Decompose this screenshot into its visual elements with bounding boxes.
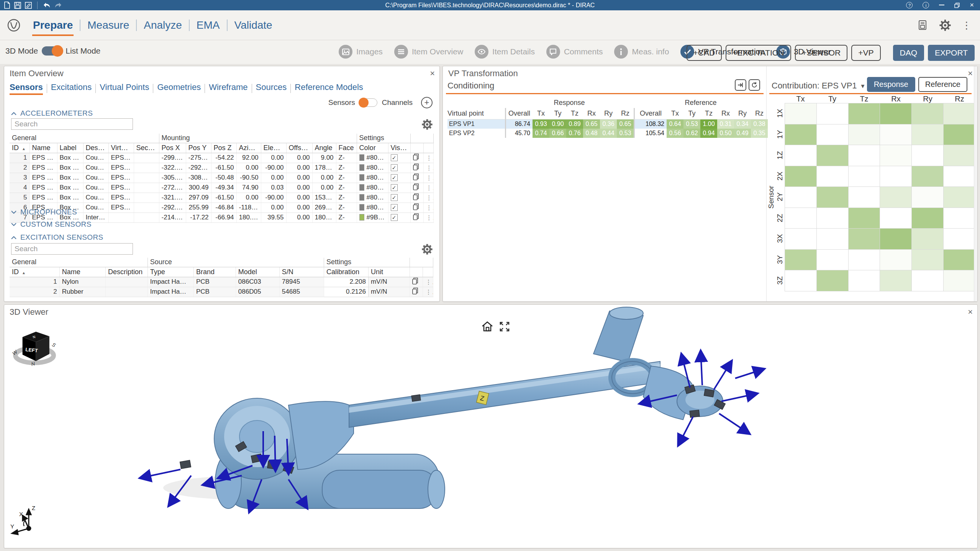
color-swatch[interactable] (359, 154, 364, 161)
row-menu-icon[interactable]: ⋮ (423, 163, 433, 173)
copy-icon[interactable] (412, 279, 418, 286)
visible-checkbox[interactable]: ✓ (391, 164, 398, 171)
conditioning-col-tx[interactable]: Tx (533, 108, 549, 119)
visible-checkbox[interactable]: ✓ (391, 174, 398, 181)
color-swatch[interactable] (359, 164, 364, 171)
row-menu-icon[interactable]: ⋮ (423, 213, 433, 222)
excitation-settings-gear-icon[interactable] (422, 244, 433, 256)
column-header-azimuth[interactable]: Azimuth (236, 143, 261, 153)
about-icon[interactable]: i (923, 2, 929, 8)
visible-checkbox[interactable]: ✓ (391, 194, 398, 201)
export-button[interactable]: EXPORT (928, 45, 975, 61)
accelerometers-settings-gear-icon[interactable] (422, 119, 433, 131)
accelerometers-section-header[interactable]: ACCELEROMETERS (11, 109, 93, 118)
column-header-unit[interactable]: Unit (368, 267, 410, 277)
add-sensor-button[interactable]: +SENSOR (795, 45, 847, 61)
row-menu-icon[interactable]: ⋮ (423, 203, 433, 213)
daq-button[interactable]: DAQ (893, 45, 924, 61)
view-button-images[interactable]: Images (339, 45, 383, 59)
table-row[interactable]: 1EPS CP1...Box 1 se...CouplingEPS VP1-29… (10, 153, 433, 163)
color-swatch[interactable] (359, 184, 364, 191)
conditioning-col-overall[interactable]: Overall (634, 108, 667, 119)
tab-virtual-points[interactable]: Virtual Points (100, 82, 149, 94)
column-header-pos-x[interactable]: Pos X (159, 143, 186, 153)
visible-checkbox[interactable]: ✓ (391, 214, 398, 221)
color-swatch[interactable] (359, 174, 364, 181)
mode-toggle[interactable] (42, 46, 62, 56)
table-row[interactable]: 5EPS CP2...Box 1 se...CouplingEPS VP2-32… (10, 193, 433, 203)
copy-icon[interactable] (413, 195, 419, 202)
conditioning-virtual-point[interactable]: EPS VP1 (447, 119, 505, 129)
column-header-offset-o-[interactable]: Offset O... (286, 143, 312, 153)
column-header-brand[interactable]: Brand (193, 267, 236, 277)
conditioning-col-tz[interactable]: Tz (566, 108, 583, 119)
conditioning-virtual-point[interactable]: EPS VP2 (447, 129, 505, 138)
contribution-title[interactable]: Contribution: EPS VP1 ▼ (772, 81, 865, 91)
row-menu-icon[interactable]: ⋮ (423, 153, 433, 163)
save-as-icon[interactable] (25, 2, 32, 9)
settings-gear-icon[interactable] (939, 20, 951, 31)
conditioning-col-rx[interactable]: Rx (717, 108, 734, 119)
nav-tab-validate[interactable]: Validate (234, 17, 273, 34)
tab-sensors[interactable]: Sensors (10, 82, 43, 94)
copy-icon[interactable] (413, 214, 419, 222)
column-header-description[interactable]: Description (105, 267, 147, 277)
tab-excitations[interactable]: Excitations (51, 82, 92, 94)
view-button-meas-info[interactable]: Meas. info (614, 45, 669, 59)
tab-wireframe[interactable]: Wireframe (209, 82, 247, 94)
column-header-label[interactable]: Label (57, 143, 83, 153)
column-header-id[interactable]: ID▲ (10, 267, 59, 277)
column-header-visible[interactable]: Visible (388, 143, 410, 153)
copy-icon[interactable] (412, 289, 418, 296)
row-menu-icon[interactable]: ⋮ (423, 183, 433, 193)
close-button[interactable]: × (970, 1, 974, 9)
tab-sources[interactable]: Sources (256, 82, 287, 94)
column-header-id[interactable]: ID▲ (10, 143, 29, 153)
save-icon[interactable] (14, 2, 21, 9)
fullscreen-icon[interactable] (499, 321, 510, 334)
conditioning-col-virtual-point[interactable]: Virtual point (447, 108, 505, 119)
reset-icon[interactable] (749, 79, 760, 91)
conditioning-col-ty[interactable]: Ty (683, 108, 700, 119)
column-header-type[interactable]: Type (147, 267, 193, 277)
conditioning-col-rz[interactable]: Rz (617, 108, 634, 119)
add-item-icon[interactable]: + (421, 97, 433, 108)
nav-tab-prepare[interactable]: Prepare (32, 17, 74, 34)
column-header-pos-z[interactable]: Pos Z (211, 143, 236, 153)
visible-checkbox[interactable]: ✓ (391, 154, 398, 161)
microphones-section-header[interactable]: MICROPHONES (11, 208, 77, 216)
tab-geometries[interactable]: Geometries (157, 82, 201, 94)
nav-tab-analyze[interactable]: Analyze (143, 17, 183, 34)
column-header-descript-[interactable]: Descript... (83, 143, 108, 153)
visible-checkbox[interactable]: ✓ (391, 184, 398, 191)
contribution-response-button[interactable]: Response (867, 77, 915, 92)
column-header-color[interactable]: Color (357, 143, 388, 153)
nav-tab-measure[interactable]: Measure (87, 17, 130, 34)
copy-icon[interactable] (413, 165, 419, 172)
contribution-reference-button[interactable]: Reference (918, 77, 967, 92)
column-header-virtual-p-[interactable]: Virtual P... (108, 143, 134, 153)
view-button-item-overview[interactable]: Item Overview (394, 45, 463, 59)
color-swatch[interactable] (359, 214, 364, 221)
accelerometers-search-input[interactable] (11, 118, 133, 130)
overflow-menu-icon[interactable]: ⋮ (962, 21, 972, 29)
cell-calibration[interactable]: 2.208 (324, 277, 368, 287)
table-row[interactable]: 3EPS CP1...Box 1 se...CouplingEPS VP1-30… (10, 173, 433, 183)
conditioning-col-rx[interactable]: Rx (583, 108, 600, 119)
column-header-calibration[interactable]: Calibration (324, 267, 368, 277)
table-row[interactable]: 4EPS CP2...Box 1 se...CouplingEPS VP2-27… (10, 183, 433, 193)
row-menu-icon[interactable]: ⋮ (423, 277, 433, 287)
column-header-model[interactable]: Model (236, 267, 279, 277)
minimize-button[interactable] (939, 5, 944, 6)
color-swatch[interactable] (359, 194, 364, 201)
copy-icon[interactable] (413, 185, 419, 192)
conditioning-col-overall[interactable]: Overall (505, 108, 533, 119)
row-menu-icon[interactable]: ⋮ (423, 287, 433, 297)
table-row[interactable]: 2EPS CP1...Box 1 se...CouplingEPS VP1-32… (10, 163, 433, 173)
add-excitation-button[interactable]: +EXCITATION (726, 45, 791, 61)
conditioning-col-tz[interactable]: Tz (700, 108, 717, 119)
restore-button[interactable] (954, 3, 960, 8)
column-header-elevation[interactable]: Elevation (261, 143, 286, 153)
nav-tab-ema[interactable]: EMA (196, 17, 221, 34)
column-header-s-n[interactable]: S/N (279, 267, 324, 277)
